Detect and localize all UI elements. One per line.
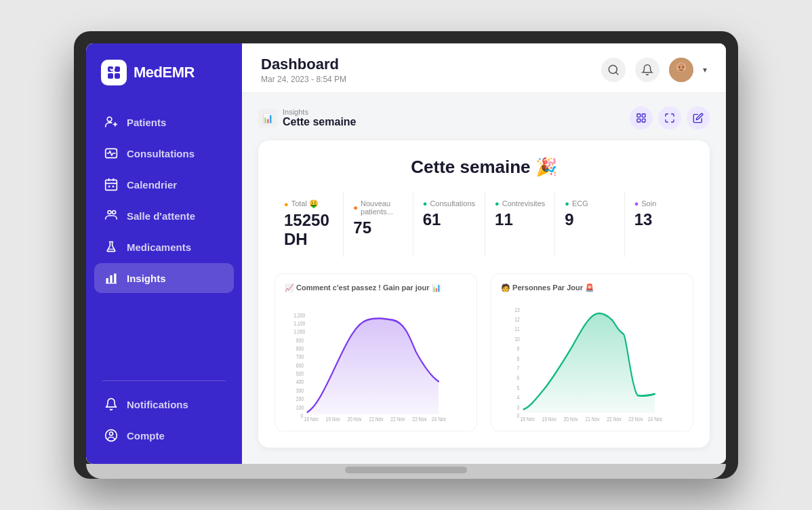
stat-nouveaux-value: 75 — [353, 218, 403, 237]
svg-text:12: 12 — [514, 316, 519, 323]
svg-text:24 Nov: 24 Nov — [432, 416, 446, 421]
fullscreen-btn[interactable] — [658, 106, 681, 130]
charts-row: 📈 Comment c'est passez ! Gain par jour 📊… — [275, 273, 693, 431]
topbar: Dashboard Mar 24, 2023 - 8:54 PM — [242, 43, 726, 93]
svg-text:22 Nov: 22 Nov — [390, 416, 405, 421]
sidebar-item-notifications[interactable]: Notifications — [94, 389, 234, 419]
chart-personnes-title: 🧑 Personnes Par Jour 🚨 — [501, 283, 683, 292]
svg-text:21 Nov: 21 Nov — [369, 416, 383, 421]
svg-text:23 Nov: 23 Nov — [628, 416, 643, 421]
svg-text:11: 11 — [514, 326, 519, 333]
chart-personnes-area: 0 3 4 5 6 7 8 9 10 11 — [501, 299, 683, 421]
svg-rect-12 — [110, 275, 112, 283]
stat-nouveaux-label: ● Nouveau patients... — [353, 199, 403, 216]
stat-nouveaux: ● Nouveau patients... 75 — [344, 191, 412, 257]
stat-total-value: 15250 DH — [284, 211, 333, 249]
sidebar-item-insights[interactable]: Insights — [94, 263, 234, 293]
sidebar-item-patients[interactable]: Patients — [94, 107, 234, 137]
stat-contrevisites-label: ● Contrevisites — [495, 199, 545, 208]
user-circle-icon — [104, 428, 119, 443]
stat-ecg-label: ● ECG — [565, 199, 614, 208]
svg-text:4: 4 — [517, 394, 520, 401]
sidebar-logo: MedEMR — [86, 60, 242, 85]
stat-ecg-value: 9 — [565, 210, 614, 229]
svg-text:19 Nov: 19 Nov — [542, 416, 556, 421]
page-title-block: Dashboard Mar 24, 2023 - 8:54 PM — [261, 56, 346, 84]
svg-rect-11 — [106, 278, 108, 283]
edit-btn[interactable] — [687, 106, 710, 130]
svg-text:800: 800 — [296, 345, 304, 352]
dashboard-card: Cette semaine 🎉 ● Total 🤑 15250 DH — [258, 140, 710, 448]
svg-rect-23 — [637, 114, 641, 117]
stat-total-label: ● Total 🤑 — [284, 199, 333, 208]
consultations-label: Consultations — [127, 148, 195, 159]
insights-label: Insights — [127, 273, 166, 284]
notifications-label: Notifications — [127, 399, 188, 410]
svg-text:1,100: 1,100 — [293, 320, 305, 327]
calendar-icon — [104, 177, 119, 192]
svg-text:400: 400 — [296, 379, 304, 386]
svg-text:24 Nov: 24 Nov — [648, 416, 662, 421]
avatar[interactable] — [669, 58, 693, 82]
stat-consultations: ● Consultations 61 — [413, 191, 485, 257]
nav-bottom: Notifications Compte — [86, 389, 242, 450]
svg-text:13: 13 — [514, 307, 519, 313]
bar-chart-icon — [104, 271, 119, 286]
compte-label: Compte — [127, 430, 165, 442]
sidebar-item-salle[interactable]: Salle d'attente — [94, 201, 234, 231]
svg-text:23 Nov: 23 Nov — [412, 416, 426, 421]
svg-text:700: 700 — [296, 354, 304, 361]
svg-rect-24 — [642, 114, 645, 117]
svg-point-15 — [110, 432, 113, 435]
svg-text:10: 10 — [514, 336, 519, 342]
expand-btn[interactable] — [630, 106, 653, 130]
person-plus-icon — [104, 115, 119, 130]
svg-rect-7 — [108, 186, 110, 188]
svg-rect-3 — [115, 73, 120, 79]
svg-text:900: 900 — [296, 337, 304, 344]
stat-total-label-text: Total 🤑 — [291, 199, 319, 208]
svg-rect-25 — [637, 119, 641, 122]
heart-monitor-icon — [104, 146, 119, 161]
sidebar-item-medicaments[interactable]: Medicaments — [94, 232, 234, 262]
breadcrumb-current: Cette semaine — [283, 116, 357, 128]
svg-text:8: 8 — [517, 355, 520, 362]
sidebar-item-consultations[interactable]: Consultations — [94, 138, 234, 168]
svg-text:600: 600 — [296, 362, 304, 369]
stat-total: ● Total 🤑 15250 DH — [275, 191, 343, 257]
stat-contrevisites-label-text: Contrevisites — [502, 199, 546, 208]
svg-point-4 — [107, 117, 112, 122]
laptop-base — [86, 464, 726, 479]
stat-contrevisites: ● Contrevisites 11 — [485, 191, 554, 257]
screen: MedEMR Patients — [86, 43, 726, 464]
breadcrumb-parent: Insights — [283, 108, 357, 116]
svg-text:18 Nov: 18 Nov — [521, 416, 535, 421]
stat-soin: ● Soin 13 — [625, 191, 693, 257]
page-title: Dashboard — [261, 56, 346, 73]
svg-text:20 Nov: 20 Nov — [347, 416, 361, 421]
stat-soin-label-text: Soin — [641, 199, 656, 208]
svg-rect-1 — [115, 66, 120, 72]
main-content: Dashboard Mar 24, 2023 - 8:54 PM — [242, 43, 726, 464]
card-title: Cette semaine 🎉 — [275, 157, 693, 178]
svg-text:1,000: 1,000 — [293, 329, 305, 336]
svg-text:5: 5 — [517, 385, 520, 391]
flask-icon — [104, 239, 119, 254]
stat-soin-label: ● Soin — [634, 199, 684, 208]
svg-rect-13 — [114, 273, 116, 283]
notifications-button[interactable] — [635, 58, 659, 82]
sidebar-item-compte[interactable]: Compte — [94, 420, 234, 450]
medicaments-label: Medicaments — [127, 241, 191, 253]
sidebar-item-calendrier[interactable]: Calendrier — [94, 170, 234, 199]
user-menu-chevron[interactable]: ▾ — [703, 65, 707, 75]
nav-section: Patients Consultations — [86, 107, 242, 372]
bell-icon — [104, 397, 119, 412]
salle-label: Salle d'attente — [127, 210, 195, 222]
svg-text:19 Nov: 19 Nov — [326, 416, 340, 421]
nav-divider — [102, 380, 226, 381]
stats-row: ● Total 🤑 15250 DH ● Nouveau patients...… — [275, 191, 693, 257]
search-button[interactable] — [601, 58, 626, 82]
sidebar: MedEMR Patients — [86, 43, 242, 464]
svg-text:200: 200 — [296, 396, 304, 403]
svg-rect-6 — [106, 180, 117, 190]
